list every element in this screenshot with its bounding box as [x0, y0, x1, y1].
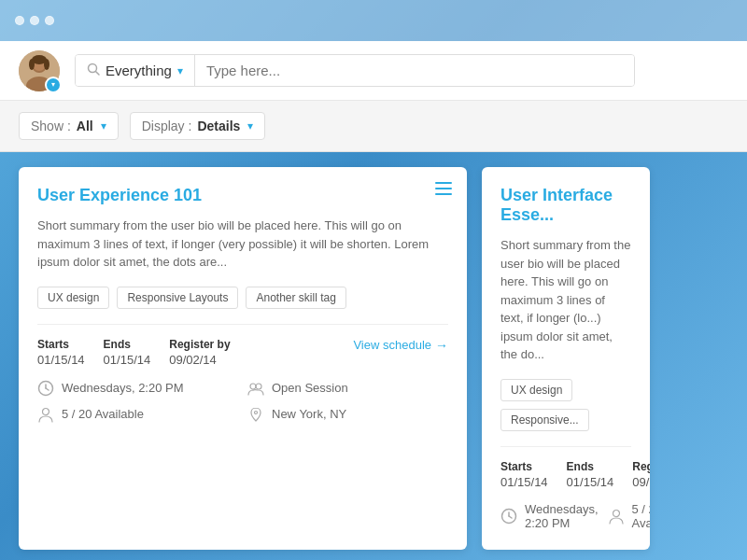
arrow-right-icon: →: [435, 338, 448, 353]
clock-icon-2: [500, 508, 517, 525]
svg-rect-10: [435, 188, 452, 189]
ends-item: Ends 01/15/14: [104, 338, 151, 367]
person-icon: [37, 406, 54, 423]
display-filter-value: Details: [197, 119, 240, 133]
show-filter[interactable]: Show : All ▾: [19, 112, 119, 140]
skill-tag-2-ux[interactable]: UX design: [500, 379, 572, 401]
clock-icon: [37, 380, 54, 397]
ends-label-2: Ends: [567, 460, 614, 473]
window-dot-1: [15, 16, 24, 25]
search-category-label: Everything: [106, 63, 172, 78]
search-icon: [87, 63, 100, 78]
avatar-container[interactable]: [19, 50, 60, 91]
window-dot-3: [45, 16, 54, 25]
schedule-dates-1: Starts 01/15/14 Ends 01/15/14 Register b…: [37, 338, 231, 367]
skill-tag-responsive[interactable]: Responsive Layouts: [117, 287, 238, 309]
ends-item-2: Ends 01/15/14: [567, 460, 614, 489]
avatar-dropdown-badge[interactable]: [45, 77, 62, 93]
session-time-2: Wednesdays, 2:20 PM: [500, 502, 599, 530]
course-title-1[interactable]: User Experience 101: [37, 186, 448, 205]
display-filter-chevron: ▾: [247, 119, 253, 133]
location-icon: [247, 406, 264, 423]
session-availability-2: 5 / 20 Available: [608, 502, 650, 530]
svg-rect-9: [435, 182, 452, 184]
window-dot-2: [30, 16, 39, 25]
header: Everything ▾: [0, 41, 747, 101]
course-summary-1: Short summary from the user bio will be …: [37, 217, 448, 272]
session-details-1: Wednesdays, 2:20 PM Open Session 5 / 20 …: [37, 380, 448, 423]
schedule-info-1: Starts 01/15/14 Ends 01/15/14 Register b…: [37, 338, 448, 367]
register-item-2: Reg... 09/...: [632, 460, 650, 489]
session-time: Wednesdays, 2:20 PM: [37, 380, 238, 397]
card-divider-1: [37, 324, 448, 325]
main-content: User Experience 101 Short summary from t…: [0, 152, 747, 560]
session-availability-text: 5 / 20 Available: [62, 407, 144, 421]
course-card-1: User Experience 101 Short summary from t…: [19, 167, 467, 550]
svg-point-6: [44, 59, 49, 70]
svg-line-14: [46, 388, 49, 390]
skill-tags-2: UX design Responsive...: [500, 379, 631, 431]
window-controls: [15, 16, 54, 25]
schedule-dates-2: Starts 01/15/14 Ends 01/15/14 Reg... 09/…: [500, 460, 650, 489]
svg-point-18: [255, 411, 258, 413]
skill-tag-2-responsive[interactable]: Responsive...: [500, 409, 589, 431]
ends-value: 01/15/14: [104, 353, 151, 367]
display-filter[interactable]: Display : Details ▾: [130, 112, 266, 140]
svg-point-22: [613, 510, 619, 516]
svg-rect-11: [435, 193, 452, 195]
course-title-2[interactable]: User Interface Esse...: [500, 186, 631, 225]
session-details-2: Wednesdays, 2:20 PM 5 / 20 Available: [500, 502, 631, 530]
svg-point-5: [29, 59, 35, 70]
person-icon-2: [608, 508, 625, 525]
register-item: Register by 09/02/14: [169, 338, 230, 367]
filters-bar: Show : All ▾ Display : Details ▾: [0, 101, 747, 152]
search-category-chevron: ▾: [177, 64, 183, 77]
register-label-2: Reg...: [632, 460, 650, 473]
search-container: Everything ▾: [75, 54, 635, 87]
skill-tag-ux[interactable]: UX design: [37, 287, 109, 309]
session-time-text-2: Wednesdays, 2:20 PM: [525, 502, 599, 530]
skill-tags-1: UX design Responsive Layouts Another ski…: [37, 287, 448, 309]
session-type: Open Session: [247, 380, 448, 397]
svg-line-21: [509, 516, 512, 518]
course-card-2: User Interface Esse... Short summary fro…: [482, 167, 650, 550]
view-schedule-link[interactable]: View schedule →: [353, 338, 448, 353]
search-category-selector[interactable]: Everything ▾: [76, 55, 195, 86]
session-type-text: Open Session: [272, 381, 348, 395]
svg-point-15: [250, 384, 256, 389]
register-label: Register by: [169, 338, 230, 351]
card-menu-icon[interactable]: [435, 182, 452, 199]
starts-item-2: Starts 01/15/14: [500, 460, 548, 489]
card-divider-2: [500, 446, 631, 447]
group-icon: [247, 380, 264, 397]
svg-point-16: [256, 384, 261, 389]
svg-line-8: [96, 72, 100, 76]
show-filter-label: Show :: [31, 119, 71, 133]
display-filter-label: Display :: [142, 119, 192, 133]
schedule-info-2: Starts 01/15/14 Ends 01/15/14 Reg... 09/…: [500, 460, 631, 489]
ends-value-2: 01/15/14: [567, 475, 614, 489]
show-filter-value: All: [77, 119, 93, 133]
ends-label: Ends: [104, 338, 151, 351]
starts-value-2: 01/15/14: [500, 475, 548, 489]
session-availability: 5 / 20 Available: [37, 406, 238, 423]
top-bar: [0, 0, 747, 41]
starts-item: Starts 01/15/14: [37, 338, 85, 367]
session-time-text: Wednesdays, 2:20 PM: [62, 381, 184, 395]
course-summary-2: Short summary from the user bio will be …: [500, 236, 631, 364]
session-location: New York, NY: [247, 406, 448, 423]
skill-tag-another[interactable]: Another skill tag: [246, 287, 345, 309]
view-schedule-text: View schedule: [353, 338, 431, 352]
starts-label: Starts: [37, 338, 85, 351]
session-location-text: New York, NY: [272, 407, 346, 421]
session-availability-text-2: 5 / 20 Available: [632, 502, 650, 530]
show-filter-chevron: ▾: [101, 119, 106, 133]
search-input[interactable]: [195, 55, 634, 86]
starts-value: 01/15/14: [37, 353, 85, 367]
register-value-2: 09/...: [632, 475, 650, 489]
svg-point-17: [43, 408, 49, 414]
register-value: 09/02/14: [169, 353, 230, 367]
starts-label-2: Starts: [500, 460, 548, 473]
